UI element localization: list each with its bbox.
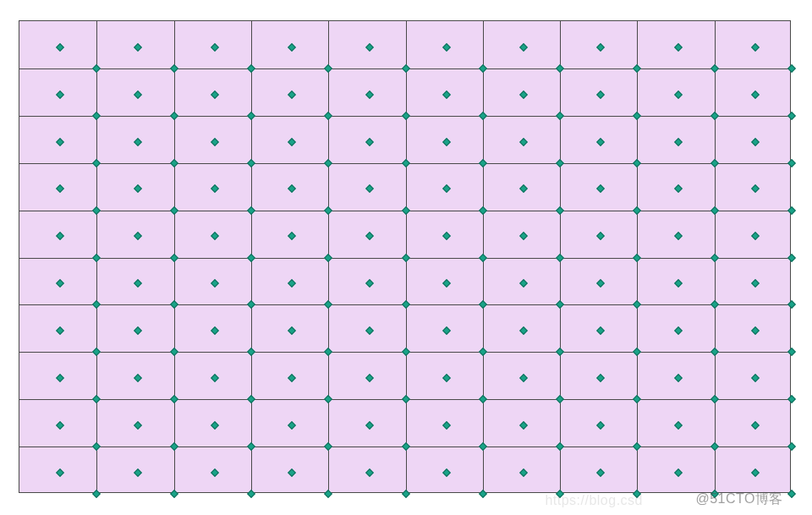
cell-corner-dot xyxy=(324,442,332,451)
cell-center-dot xyxy=(288,184,296,193)
cell-center-dot xyxy=(211,374,219,382)
cell-corner-dot xyxy=(556,64,564,73)
cell-center-dot xyxy=(751,138,760,146)
cell-center-dot xyxy=(134,374,142,382)
cell-corner-dot xyxy=(556,300,564,309)
cell-center-dot xyxy=(442,184,451,193)
cell-corner-dot xyxy=(556,395,564,403)
cell-corner-dot xyxy=(402,159,410,167)
cell-center-dot xyxy=(56,90,64,99)
cell-center-dot xyxy=(211,421,219,430)
cell-corner-dot xyxy=(170,64,178,73)
cell-center-dot xyxy=(751,184,760,193)
cell-center-dot xyxy=(288,468,296,477)
cell-corner-dot xyxy=(710,300,719,309)
cell-center-dot xyxy=(597,374,606,382)
cell-corner-dot xyxy=(247,206,255,215)
cell-center-dot xyxy=(134,279,142,288)
cell-center-dot xyxy=(442,279,451,288)
cell-center-dot xyxy=(211,468,219,477)
cell-center-dot xyxy=(56,232,64,240)
cell-corner-dot xyxy=(787,490,796,498)
cell-corner-dot xyxy=(170,442,178,451)
cell-corner-dot xyxy=(402,64,410,73)
cell-center-dot xyxy=(56,138,64,146)
cell-corner-dot xyxy=(479,206,487,215)
cell-corner-dot xyxy=(710,348,719,356)
cell-center-dot xyxy=(365,421,374,430)
cell-center-dot xyxy=(519,421,528,430)
cell-corner-dot xyxy=(787,254,796,262)
cell-corner-dot xyxy=(324,112,332,120)
cell-center-dot xyxy=(674,184,683,193)
cell-corner-dot xyxy=(710,254,719,262)
cell-corner-dot xyxy=(170,395,178,403)
cell-center-dot xyxy=(211,43,219,52)
cell-corner-dot xyxy=(247,442,255,451)
cell-corner-dot xyxy=(479,395,487,403)
cell-corner-dot xyxy=(170,490,178,498)
cell-corner-dot xyxy=(710,442,719,451)
cell-corner-dot xyxy=(324,64,332,73)
cell-corner-dot xyxy=(710,64,719,73)
cell-center-dot xyxy=(365,468,374,477)
cell-corner-dot xyxy=(324,254,332,262)
cell-corner-dot xyxy=(170,112,178,120)
watermark-left: https://blog.csd xyxy=(545,493,643,508)
cell-center-dot xyxy=(674,232,683,240)
cell-corner-dot xyxy=(787,395,796,403)
cell-corner-dot xyxy=(479,159,487,167)
cell-center-dot xyxy=(519,43,528,52)
cell-corner-dot xyxy=(247,300,255,309)
cell-center-dot xyxy=(751,374,760,382)
cell-center-dot xyxy=(134,232,142,240)
cell-center-dot xyxy=(211,326,219,335)
cell-center-dot xyxy=(211,138,219,146)
cell-corner-dot xyxy=(92,64,101,73)
cell-corner-dot xyxy=(633,395,641,403)
cell-corner-dot xyxy=(479,490,487,498)
cell-corner-dot xyxy=(479,254,487,262)
cell-center-dot xyxy=(365,138,374,146)
cell-corner-dot xyxy=(787,64,796,73)
cell-corner-dot xyxy=(402,442,410,451)
cell-center-dot xyxy=(288,43,296,52)
cell-corner-dot xyxy=(633,254,641,262)
cell-center-dot xyxy=(674,138,683,146)
cell-corner-dot xyxy=(324,300,332,309)
cell-center-dot xyxy=(519,326,528,335)
cell-corner-dot xyxy=(633,442,641,451)
cell-center-dot xyxy=(751,232,760,240)
cell-center-dot xyxy=(442,374,451,382)
cell-corner-dot xyxy=(633,112,641,120)
cell-center-dot xyxy=(674,468,683,477)
cell-center-dot xyxy=(56,468,64,477)
cell-center-dot xyxy=(751,43,760,52)
cell-center-dot xyxy=(56,421,64,430)
cell-center-dot xyxy=(288,232,296,240)
cell-corner-dot xyxy=(324,159,332,167)
cell-corner-dot xyxy=(787,348,796,356)
cell-center-dot xyxy=(211,90,219,99)
cell-center-dot xyxy=(751,326,760,335)
cell-corner-dot xyxy=(633,159,641,167)
cell-center-dot xyxy=(519,90,528,99)
cell-center-dot xyxy=(597,232,606,240)
cell-corner-dot xyxy=(710,112,719,120)
cell-corner-dot xyxy=(479,442,487,451)
cell-center-dot xyxy=(597,90,606,99)
cell-corner-dot xyxy=(92,159,101,167)
cell-corner-dot xyxy=(633,348,641,356)
cell-center-dot xyxy=(597,43,606,52)
cell-center-dot xyxy=(365,184,374,193)
cell-corner-dot xyxy=(556,254,564,262)
cell-center-dot xyxy=(674,326,683,335)
cell-center-dot xyxy=(674,374,683,382)
cell-corner-dot xyxy=(479,348,487,356)
cell-center-dot xyxy=(751,421,760,430)
cell-center-dot xyxy=(134,326,142,335)
cell-center-dot xyxy=(674,279,683,288)
cell-center-dot xyxy=(134,184,142,193)
cell-corner-dot xyxy=(92,300,101,309)
cell-center-dot xyxy=(134,468,142,477)
